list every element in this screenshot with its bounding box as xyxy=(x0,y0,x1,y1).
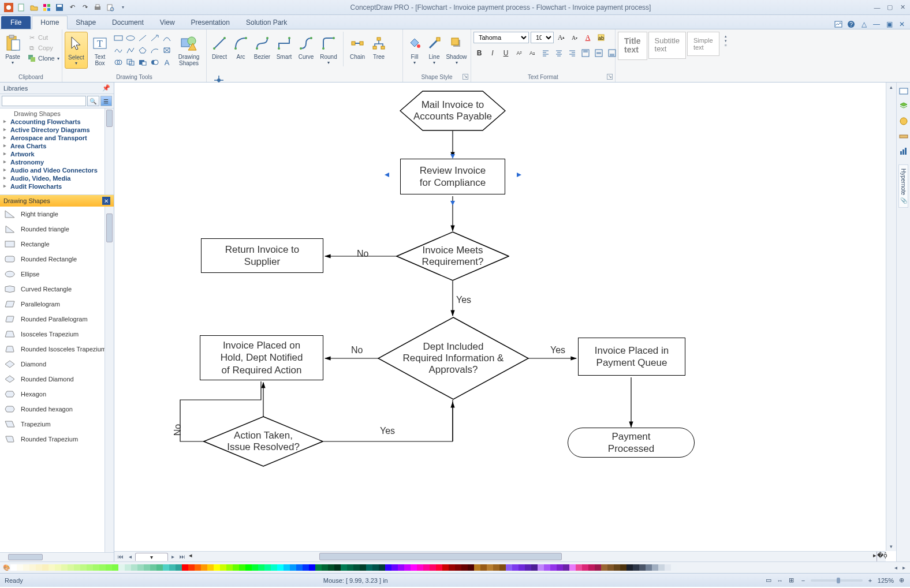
color-swatch[interactable] xyxy=(10,564,17,571)
color-swatch[interactable] xyxy=(207,564,214,571)
color-swatch[interactable] xyxy=(563,564,569,571)
color-swatch[interactable] xyxy=(595,564,601,571)
tab-nav-last[interactable]: ⏭ xyxy=(178,553,187,560)
color-swatch[interactable] xyxy=(658,564,665,571)
tab-shape[interactable]: Shape xyxy=(68,16,104,29)
font-family-select[interactable]: Tahoma xyxy=(473,32,529,43)
color-swatch[interactable] xyxy=(252,564,258,571)
font-color-button[interactable]: A xyxy=(582,32,594,43)
color-scroll-right[interactable]: ▸ xyxy=(900,564,908,571)
color-swatch[interactable] xyxy=(201,564,207,571)
shape-combine-icon[interactable] xyxy=(150,57,160,68)
color-swatch[interactable] xyxy=(506,564,512,571)
color-swatch[interactable] xyxy=(23,564,29,571)
shape-item[interactable]: Diamond xyxy=(0,357,114,372)
new-doc-icon[interactable] xyxy=(16,2,27,13)
color-swatch[interactable] xyxy=(214,564,220,571)
collapse-ribbon-icon[interactable]: △ xyxy=(859,20,868,29)
actual-size-icon[interactable]: ⊞ xyxy=(788,576,796,585)
flow-review-invoice[interactable]: Review Invoice for Compliance xyxy=(400,159,505,194)
style-subtitle-text[interactable]: Subtitle text xyxy=(648,32,686,59)
color-swatch[interactable] xyxy=(411,564,417,571)
zoom-slider[interactable] xyxy=(811,579,863,582)
color-swatch[interactable] xyxy=(455,564,461,571)
color-swatch[interactable] xyxy=(112,564,118,571)
shape-line-icon[interactable] xyxy=(137,33,148,43)
text-box-tool[interactable]: T Text Box xyxy=(89,32,111,69)
qat-dropdown-icon[interactable]: ▾ xyxy=(118,2,128,13)
color-swatch[interactable] xyxy=(29,564,36,571)
cut-button[interactable]: ✂Cut xyxy=(25,33,62,42)
flow-return-supplier[interactable]: Return Invoice to Supplier xyxy=(201,238,323,273)
align-right-button[interactable] xyxy=(566,47,578,59)
shape-ellipse-icon[interactable] xyxy=(125,33,136,43)
undo-icon[interactable]: ↶ xyxy=(67,2,77,13)
shape-item[interactable]: Rounded Trapezium xyxy=(0,432,114,447)
color-swatch[interactable] xyxy=(296,564,303,571)
styles-icon[interactable] xyxy=(898,116,909,126)
color-swatch[interactable] xyxy=(328,564,334,571)
color-swatch[interactable] xyxy=(436,564,442,571)
color-swatch[interactable] xyxy=(474,564,480,571)
shape-item[interactable]: Curved Rectangle xyxy=(0,282,114,297)
connector-arc[interactable]: Arc xyxy=(231,32,251,62)
tree-item[interactable]: Accounting Flowcharts xyxy=(0,118,114,126)
flow-hold-notify[interactable]: Invoice Placed on Hold, Dept Notified of… xyxy=(200,335,323,380)
pin-icon[interactable]: 📌 xyxy=(102,84,110,92)
line-button[interactable]: Line▾ xyxy=(425,32,443,68)
color-swatch[interactable] xyxy=(49,564,55,571)
canvas-hscroll[interactable]: ⏮ ◂ ▾ ▸ ⏭ ◂ ▸ �ộ xyxy=(114,551,886,561)
library-options-button[interactable]: ☰ xyxy=(100,96,113,106)
color-swatch[interactable] xyxy=(544,564,550,571)
color-swatch[interactable] xyxy=(303,564,309,571)
preview-icon[interactable] xyxy=(105,2,115,13)
connector-smart[interactable]: Smart xyxy=(274,32,294,62)
mdi-minimize-icon[interactable]: — xyxy=(872,20,881,29)
color-swatch[interactable] xyxy=(195,564,201,571)
grow-font-button[interactable]: A▴ xyxy=(555,32,567,43)
color-swatch[interactable] xyxy=(379,564,385,571)
color-swatch[interactable] xyxy=(626,564,633,571)
gallery-icon[interactable] xyxy=(834,20,843,29)
redo-icon[interactable]: ↷ xyxy=(80,2,90,13)
style-simple-text[interactable]: Simple text xyxy=(687,32,719,56)
fit-width-icon[interactable]: ↔ xyxy=(776,576,784,585)
tree-scrollbar[interactable] xyxy=(105,108,114,194)
align-center-button[interactable] xyxy=(553,47,565,59)
color-swatch[interactable] xyxy=(652,564,658,571)
zoom-out-button[interactable]: − xyxy=(799,576,807,585)
shape-item[interactable]: Rounded Rectangle xyxy=(0,252,114,267)
shape-subtract-icon[interactable] xyxy=(137,57,148,68)
color-swatch[interactable] xyxy=(233,564,239,571)
fit-page-icon[interactable]: ▭ xyxy=(764,576,773,585)
color-swatch[interactable] xyxy=(525,564,531,571)
help-icon[interactable]: ? xyxy=(846,20,856,29)
flow-mail-invoice[interactable]: Mail Invoice to Accounts Payable xyxy=(400,91,506,131)
maximize-button[interactable]: ▢ xyxy=(885,3,895,12)
bold-button[interactable]: B xyxy=(473,47,485,59)
color-swatch[interactable] xyxy=(576,564,582,571)
connector-chain[interactable]: Chain xyxy=(347,32,368,62)
tree-item[interactable]: Audio and Video Connectors xyxy=(0,166,114,174)
shape-arrow-icon[interactable] xyxy=(150,33,160,43)
connector-tree[interactable]: Tree xyxy=(369,32,389,62)
color-swatch[interactable] xyxy=(550,564,557,571)
color-swatch[interactable] xyxy=(391,564,398,571)
color-swatch[interactable] xyxy=(512,564,519,571)
color-swatch[interactable] xyxy=(322,564,328,571)
color-swatch[interactable] xyxy=(156,564,163,571)
color-swatch[interactable] xyxy=(607,564,614,571)
color-swatch[interactable] xyxy=(36,564,42,571)
color-swatch[interactable] xyxy=(639,564,646,571)
color-swatch[interactable] xyxy=(569,564,576,571)
color-swatch[interactable] xyxy=(398,564,404,571)
color-swatch[interactable] xyxy=(347,564,353,571)
shape-item[interactable]: Trapezium xyxy=(0,417,114,432)
panel-hscroll[interactable] xyxy=(0,552,114,561)
color-swatch[interactable] xyxy=(620,564,626,571)
color-swatch[interactable] xyxy=(258,564,264,571)
shrink-font-button[interactable]: A▾ xyxy=(569,32,580,43)
shape-rect-icon[interactable] xyxy=(113,33,124,43)
shape-arc-icon[interactable] xyxy=(150,45,160,55)
color-swatch[interactable] xyxy=(284,564,290,571)
